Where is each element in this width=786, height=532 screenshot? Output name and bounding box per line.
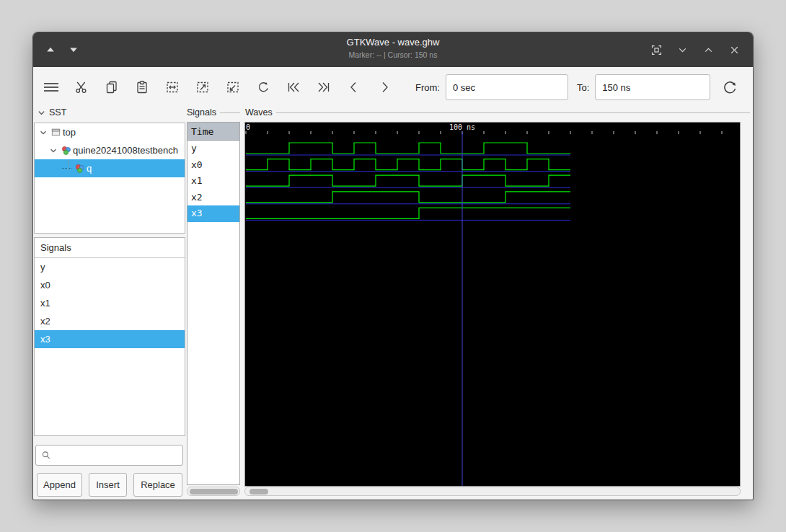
sst-tree: top quine20241008testbench q (34, 123, 185, 234)
timeline-label: 100 ns (449, 123, 475, 131)
chevron-down-icon (37, 109, 45, 117)
signals-list-header: Signals (35, 238, 185, 258)
close-icon (728, 44, 741, 56)
prev-edge-icon (347, 80, 361, 94)
sst-header-label: SST (49, 107, 66, 118)
goto-start-button[interactable] (284, 76, 303, 98)
window-title: GTKWave - wave.ghw (33, 37, 753, 48)
chevron-up-icon (702, 44, 715, 56)
wave-trace-x1 (246, 175, 570, 186)
gtkwave-window: GTKWave - wave.ghw Marker: -- | Cursor: … (32, 32, 754, 500)
signals-list-item-x1[interactable]: x1 (35, 294, 185, 312)
wave-name-row-x2[interactable]: x2 (187, 190, 239, 206)
wave-name-row-x3[interactable]: x3 (187, 205, 239, 222)
copy-icon (105, 80, 119, 94)
tree-item-label: q (87, 163, 92, 174)
goto-end-icon (317, 80, 331, 94)
goto-start-icon (286, 80, 301, 94)
insert-button[interactable]: Insert (89, 473, 127, 497)
paste-icon (135, 80, 149, 94)
tree-item-label: top (63, 127, 76, 138)
wave-names-panel: Time yx0x1x2x3 (187, 122, 240, 485)
search-icon (41, 450, 51, 461)
menu-icon (43, 80, 60, 94)
from-label: From: (415, 82, 440, 93)
tree-item-top[interactable]: top (35, 123, 185, 141)
wave-canvas[interactable]: 0100 ns (244, 122, 741, 487)
from-input[interactable] (446, 74, 568, 100)
wave-horizontal-scrollbar[interactable] (244, 487, 741, 496)
next-edge-icon (377, 80, 392, 94)
chevron-down-icon (676, 44, 689, 56)
paste-button[interactable] (133, 76, 151, 98)
append-button[interactable]: Append (37, 473, 82, 497)
tree-item-q[interactable]: q (35, 159, 185, 177)
reload-button[interactable] (720, 76, 739, 98)
replace-button[interactable]: Replace (133, 473, 182, 497)
waves-header-label: Waves (245, 107, 273, 118)
next-edge-button[interactable] (375, 76, 394, 98)
triangle-down-icon (68, 44, 79, 56)
shade-up-button[interactable] (40, 40, 61, 60)
zoom-in-icon (195, 80, 210, 94)
zoom-out-button[interactable] (224, 76, 242, 98)
chevron-down-icon[interactable] (37, 128, 49, 137)
titlebar[interactable]: GTKWave - wave.ghw Marker: -- | Cursor: … (33, 32, 753, 67)
tree-item-quine20241008testbench[interactable]: quine20241008testbench (35, 141, 185, 159)
undo-button[interactable] (254, 76, 273, 98)
timeline-label: 0 (246, 123, 250, 131)
tree-item-label: quine20241008testbench (73, 145, 178, 156)
zoom-out-icon (226, 80, 240, 94)
waves-header: Waves (245, 107, 750, 118)
scrollbar-thumb[interactable] (190, 489, 238, 495)
wave-name-row-x0[interactable]: x0 (187, 157, 239, 174)
module-icon (59, 145, 73, 156)
chevron-down-icon[interactable] (48, 146, 59, 155)
zoom-fit-button[interactable] (163, 76, 182, 98)
to-input[interactable] (595, 74, 710, 100)
triangle-up-icon (45, 44, 56, 56)
signals-list-item-x3[interactable]: x3 (35, 330, 185, 348)
menu-button[interactable] (42, 76, 61, 98)
sst-header[interactable]: SST (37, 107, 88, 118)
wave-names-header-label: Signals (187, 107, 216, 118)
shade-down-button[interactable] (63, 40, 84, 60)
minimize-button[interactable] (672, 40, 692, 60)
goto-end-button[interactable] (314, 76, 333, 98)
signals-list-item-x0[interactable]: x0 (35, 276, 185, 294)
prev-edge-button[interactable] (345, 76, 363, 98)
toolbar: From: To: (33, 67, 753, 107)
time-header[interactable]: Time (187, 123, 239, 141)
tree-connector (62, 168, 71, 169)
wave-trace-x3 (246, 208, 570, 218)
signals-list-item-y[interactable]: y (35, 258, 185, 276)
signals-list-item-x2[interactable]: x2 (35, 312, 185, 330)
names-horizontal-scrollbar[interactable] (187, 487, 240, 496)
cut-button[interactable] (72, 76, 91, 98)
close-button[interactable] (724, 40, 744, 60)
fullscreen-button[interactable] (646, 40, 666, 60)
signal-search-box[interactable] (35, 445, 183, 466)
module-icon (73, 163, 87, 174)
waveform-svg: 0100 ns (245, 123, 740, 486)
signals-list-panel: Signals yx0x1x2x3 (34, 237, 185, 436)
marker-cursor-status: Marker: -- | Cursor: 150 ns (33, 50, 753, 59)
reload-icon (721, 79, 738, 96)
wave-trace-x0 (246, 159, 570, 170)
fullscreen-icon (650, 44, 663, 56)
wave-name-rows: yx0x1x2x3 (187, 141, 239, 222)
copy-button[interactable] (102, 76, 121, 98)
scrollbar-thumb[interactable] (250, 489, 268, 495)
to-label: To: (577, 82, 589, 93)
wave-name-row-x1[interactable]: x1 (187, 173, 239, 190)
zoom-in-button[interactable] (193, 76, 212, 98)
zoom-fit-icon (165, 80, 180, 94)
maximize-button[interactable] (698, 40, 718, 60)
cut-icon (74, 80, 89, 94)
wave-name-row-y[interactable]: y (187, 141, 239, 157)
chip-icon (49, 127, 63, 138)
search-input[interactable] (56, 445, 182, 465)
undo-icon (256, 80, 270, 94)
wave-trace-y (246, 143, 570, 154)
wave-trace-x2 (246, 192, 570, 203)
